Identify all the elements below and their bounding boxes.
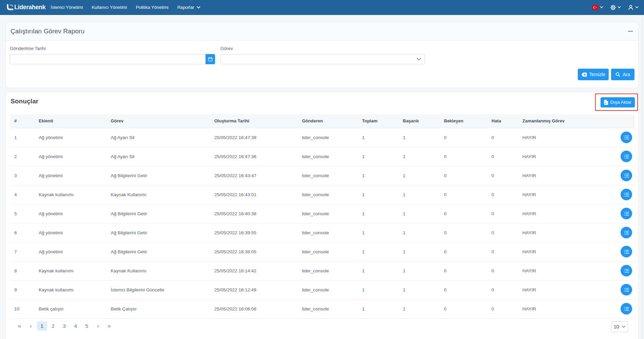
table-row: 9 Kaynak kullanımı İstemci Bilgilerini G… xyxy=(10,280,635,299)
cell-olusturma-tarihi: 25/05/2022 16:12:49 xyxy=(210,280,298,299)
chevron-down-icon xyxy=(635,6,639,9)
cell-bekleyen: 0 xyxy=(440,185,487,204)
table-header: # Eklenti Görev Oluşturma Tarihi Göndere… xyxy=(10,114,635,128)
pagination-last-button[interactable]: » xyxy=(104,321,114,331)
row-actions-button[interactable] xyxy=(621,265,632,276)
list-icon xyxy=(624,173,629,178)
cell-basarili: 1 xyxy=(398,223,440,242)
clear-button[interactable]: Temizle xyxy=(578,69,609,80)
search-button[interactable]: Ara xyxy=(611,69,634,80)
nav-item-istemci-yonetimi[interactable]: İstemci Yönetimi xyxy=(51,5,83,10)
col-header-olusturma-tarihi: Oluşturma Tarihi xyxy=(210,114,298,128)
user-icon xyxy=(628,4,634,11)
nav-item-politika-yonetimi[interactable]: Politika Yönetimi xyxy=(136,5,168,10)
row-actions-button[interactable] xyxy=(621,284,632,295)
cell-index: 7 xyxy=(10,242,34,261)
cell-basarili: 1 xyxy=(398,185,440,204)
results-table: # Eklenti Görev Oluşturma Tarihi Göndere… xyxy=(10,114,635,319)
language-menu-button[interactable] xyxy=(592,5,603,10)
cell-gonderen: lider_console xyxy=(298,242,358,261)
search-icon xyxy=(615,72,620,77)
pagination-page-5[interactable]: 5 xyxy=(82,321,92,331)
scrollbar-track[interactable] xyxy=(642,15,644,339)
pagination-page-3[interactable]: 3 xyxy=(59,321,69,331)
cell-eklenti: Ağ yönetimi xyxy=(34,242,106,261)
pagination-prev-button[interactable]: ‹ xyxy=(26,321,36,331)
cell-zamanlanmis-gorev: HAYIR xyxy=(518,185,608,204)
row-actions-button[interactable] xyxy=(621,151,632,162)
cell-basarili: 1 xyxy=(398,280,440,299)
cell-gorev: Ağ Bilgilerini Getir xyxy=(106,223,210,242)
pagination-next-button[interactable]: › xyxy=(93,321,103,331)
cell-eklenti: Kaynak kullanımı xyxy=(34,280,106,299)
table-row: 2 Ağ yönetimi Ağ Ayarı Sil 25/05/2022 16… xyxy=(10,147,635,166)
cell-toplam: 1 xyxy=(358,147,398,166)
cell-bekleyen: 0 xyxy=(440,280,487,299)
nav-item-kullanici-yonetimi[interactable]: Kullanıcı Yönetimi xyxy=(92,5,127,10)
cell-actions xyxy=(608,166,635,185)
cell-basarili: 1 xyxy=(398,128,440,147)
col-header-zamanlanmis-gorev: Zamanlanmış Görev xyxy=(518,114,608,128)
date-field-label: Gönderilme Tarihi xyxy=(10,46,215,51)
cell-olusturma-tarihi: 25/05/2022 16:47:38 xyxy=(210,128,298,147)
cell-olusturma-tarihi: 25/05/2022 16:43:01 xyxy=(210,185,298,204)
list-icon xyxy=(624,211,629,216)
pagination-page-4[interactable]: 4 xyxy=(71,321,80,331)
cell-toplam: 1 xyxy=(358,166,398,185)
nav-item-raporlar[interactable]: Raporlar xyxy=(177,5,200,10)
date-input[interactable] xyxy=(10,54,205,64)
pagination-page-1[interactable]: 1 xyxy=(37,321,47,331)
list-icon xyxy=(624,307,629,311)
task-field: Görev xyxy=(220,46,425,64)
cell-gorev: Ağ Bilgilerini Getir xyxy=(106,166,210,185)
cell-hata: 0 xyxy=(487,280,518,299)
row-actions-button[interactable] xyxy=(621,132,632,143)
export-button[interactable]: x Dışa Aktar xyxy=(601,97,635,107)
cell-hata: 0 xyxy=(487,128,518,147)
page-content: Çalıştırılan Görev Raporu Gönderilme Tar… xyxy=(0,22,644,339)
cell-toplam: 1 xyxy=(358,128,398,147)
list-icon xyxy=(624,269,629,273)
cell-toplam: 1 xyxy=(358,299,398,318)
user-menu-button[interactable] xyxy=(628,4,639,11)
cell-actions xyxy=(608,223,635,242)
list-icon xyxy=(624,231,629,235)
page-size-select[interactable]: 10 xyxy=(611,321,628,332)
cell-gonderen: lider_console xyxy=(298,166,358,185)
row-actions-button[interactable] xyxy=(621,208,632,219)
results-header: Sonuçlar x Dışa Aktar xyxy=(10,96,634,114)
settings-menu-button[interactable] xyxy=(610,4,621,11)
pagination-page-2[interactable]: 2 xyxy=(48,321,58,331)
row-actions-button[interactable] xyxy=(621,303,632,315)
row-actions-button[interactable] xyxy=(621,170,632,181)
cell-basarili: 1 xyxy=(398,242,440,261)
cell-olusturma-tarihi: 25/05/2022 16:43:47 xyxy=(210,166,298,185)
cell-bekleyen: 0 xyxy=(440,166,487,185)
cell-gonderen: lider_console xyxy=(298,299,358,318)
col-header-index: # xyxy=(10,114,34,128)
cell-olusturma-tarihi: 25/05/2022 16:39:55 xyxy=(210,223,298,242)
table-row: 6 Ağ yönetimi Ağ Bilgilerini Getir 25/05… xyxy=(10,223,635,242)
cell-zamanlanmis-gorev: HAYIR xyxy=(518,223,608,242)
collapse-button[interactable] xyxy=(628,30,633,33)
gear-icon xyxy=(610,4,616,11)
cell-index: 4 xyxy=(10,185,34,204)
calendar-button[interactable] xyxy=(205,54,215,64)
minus-icon xyxy=(628,31,633,32)
cell-zamanlanmis-gorev: HAYIR xyxy=(518,147,608,166)
pagination-first-button[interactable]: « xyxy=(15,321,24,331)
cell-zamanlanmis-gorev: HAYIR xyxy=(518,299,608,318)
cell-basarili: 1 xyxy=(398,261,440,280)
svg-text:x: x xyxy=(605,102,607,105)
file-export-icon: x xyxy=(604,100,608,105)
cell-actions xyxy=(608,242,635,261)
col-header-basarili: Başarılı xyxy=(398,114,440,128)
cell-zamanlanmis-gorev: HAYIR xyxy=(518,280,608,299)
brand[interactable]: Liderahenk xyxy=(5,3,46,12)
row-actions-button[interactable] xyxy=(621,246,632,257)
task-select[interactable] xyxy=(220,54,425,64)
row-actions-button[interactable] xyxy=(621,227,632,238)
cell-zamanlanmis-gorev: HAYIR xyxy=(518,261,608,280)
cell-gorev: Betik Çalıştır xyxy=(106,299,210,318)
row-actions-button[interactable] xyxy=(621,189,632,200)
